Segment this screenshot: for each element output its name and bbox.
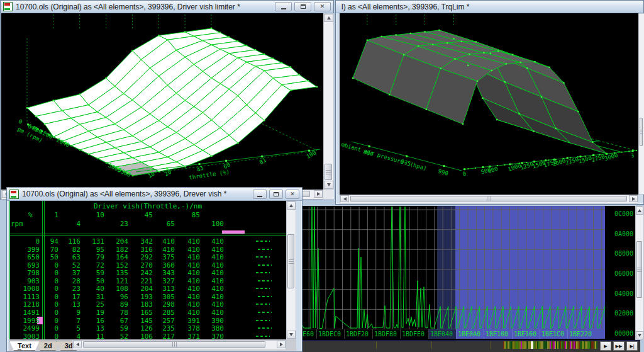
- value-cell[interactable]: 370: [201, 332, 224, 339]
- value-cell[interactable]: 410: [177, 285, 200, 293]
- value-cell[interactable]: 23: [58, 285, 80, 293]
- col-header[interactable]: 23: [107, 220, 128, 228]
- address-cell[interactable]: 1BE1C0: [540, 329, 567, 339]
- value-cell[interactable]: 285: [152, 309, 175, 317]
- value-cell[interactable]: 371: [177, 332, 200, 339]
- value-cell[interactable]: 410: [201, 253, 224, 261]
- scroll-down-button[interactable]: [324, 181, 333, 189]
- value-cell[interactable]: 108: [106, 285, 128, 293]
- value-cell[interactable]: 13: [82, 324, 104, 332]
- tab-2d[interactable]: 2d: [36, 341, 60, 351]
- value-cell[interactable]: 343: [152, 269, 175, 277]
- address-cell[interactable]: 1BE220: [567, 329, 605, 339]
- scroll-left-button[interactable]: [73, 341, 82, 348]
- value-cell[interactable]: 9: [58, 309, 80, 317]
- col-header[interactable]: 85: [179, 211, 200, 219]
- value-cell[interactable]: 165: [130, 309, 153, 317]
- address-cell[interactable]: 1BE100: [484, 329, 512, 339]
- window3-hscrollbar[interactable]: [72, 340, 286, 350]
- address-cell[interactable]: 1BE160: [512, 329, 540, 339]
- close-button[interactable]: ✕: [286, 190, 299, 199]
- address-cell[interactable]: 1BDEC0: [316, 329, 344, 339]
- value-cell[interactable]: 378: [177, 324, 200, 332]
- value-cell[interactable]: 204: [106, 237, 128, 246]
- scroll-up-button[interactable]: [636, 207, 643, 215]
- scroll-thumb[interactable]: [325, 164, 332, 180]
- address-cell[interactable]: 1BDF20: [344, 329, 372, 339]
- scroll-right-button[interactable]: [277, 341, 286, 348]
- value-cell[interactable]: 89: [106, 300, 128, 309]
- scroll-thumb[interactable]: [350, 196, 627, 202]
- value-cell[interactable]: 313: [152, 285, 175, 293]
- window2-titlebar[interactable]: l) as <All elements>, 399396, TrqLim *: [336, 1, 643, 13]
- value-cell[interactable]: 183: [130, 300, 153, 309]
- nav-button-0[interactable]: ▶: [600, 341, 611, 351]
- maximize-button[interactable]: [269, 190, 283, 199]
- minimize-button[interactable]: [253, 190, 267, 199]
- scroll-thumb[interactable]: [287, 234, 294, 288]
- value-cell[interactable]: 4: [58, 332, 80, 339]
- value-cell[interactable]: 410: [152, 237, 175, 246]
- value-cell[interactable]: 410: [201, 269, 224, 277]
- value-cell[interactable]: 410: [177, 237, 200, 246]
- hex-overview-strip[interactable]: ▶▶▶▶|: [301, 340, 644, 352]
- window1-vscrollbar[interactable]: [323, 13, 334, 190]
- col-header[interactable]: 10: [83, 211, 104, 219]
- scroll-thumb[interactable]: [83, 341, 265, 348]
- minimize-button[interactable]: [275, 2, 292, 11]
- value-cell[interactable]: 410: [177, 253, 200, 261]
- value-cell[interactable]: 410: [177, 309, 200, 317]
- value-cell[interactable]: 242: [130, 269, 153, 277]
- value-cell[interactable]: 135: [106, 269, 128, 277]
- scroll-right-button[interactable]: [314, 190, 323, 198]
- value-cell[interactable]: 375: [152, 253, 175, 261]
- value-cell[interactable]: 410: [201, 300, 224, 309]
- address-cell[interactable]: 1BDF80: [372, 329, 400, 339]
- surface-plot-driver-vish[interactable]: 06408001200204050005360pm (rpm)102043608…: [1, 13, 323, 190]
- scroll-thumb[interactable]: [636, 241, 642, 298]
- value-cell[interactable]: 342: [130, 237, 153, 246]
- value-cell[interactable]: 0: [36, 324, 58, 332]
- scroll-down-button[interactable]: [636, 331, 643, 339]
- nav-button-1[interactable]: ▶▶: [613, 341, 625, 351]
- address-cell[interactable]: 1BDFE0: [400, 329, 428, 339]
- maximize-button[interactable]: [294, 2, 311, 11]
- value-cell[interactable]: 204: [130, 285, 153, 293]
- window3-vscrollbar[interactable]: [286, 201, 296, 339]
- value-cell[interactable]: 94: [36, 237, 58, 246]
- scroll-down-button[interactable]: [287, 331, 296, 339]
- value-cell[interactable]: 59: [106, 324, 128, 332]
- scroll-right-button[interactable]: [629, 195, 638, 202]
- value-cell[interactable]: 116: [58, 237, 80, 246]
- value-cell[interactable]: 25: [82, 300, 104, 309]
- value-cell[interactable]: 11: [82, 332, 104, 339]
- value-cell[interactable]: 217: [152, 332, 175, 339]
- address-cell[interactable]: 1BE0A0: [456, 329, 484, 339]
- value-cell[interactable]: 164: [106, 253, 128, 261]
- scroll-thumb[interactable]: [640, 118, 643, 146]
- scroll-up-button[interactable]: [324, 14, 333, 22]
- map-table[interactable]: Driver vish(Throttle,-)/nm % rpm 1104585…: [9, 201, 286, 339]
- value-cell[interactable]: 131: [82, 237, 104, 246]
- value-cell[interactable]: 380: [201, 324, 224, 332]
- plot1-area[interactable]: 06408001200204050005360pm (rpm)102043608…: [1, 13, 323, 190]
- window2-vscrollbar[interactable]: [638, 13, 644, 195]
- value-cell[interactable]: 50: [36, 253, 58, 261]
- value-cell[interactable]: 63: [58, 253, 80, 261]
- value-cell[interactable]: 5: [58, 324, 80, 332]
- value-cell[interactable]: 126: [130, 324, 153, 332]
- value-cell[interactable]: 106: [130, 332, 153, 339]
- col-header[interactable]: 65: [153, 220, 175, 228]
- value-cell[interactable]: 0: [36, 300, 58, 309]
- value-cell[interactable]: 410: [201, 285, 224, 293]
- value-cell[interactable]: 40: [82, 285, 104, 293]
- col-header[interactable]: 100: [203, 220, 224, 228]
- value-cell[interactable]: 0: [36, 269, 58, 277]
- value-cell[interactable]: 37: [58, 269, 80, 277]
- value-cell[interactable]: 292: [130, 253, 153, 261]
- value-cell[interactable]: 0: [36, 285, 58, 293]
- value-cell[interactable]: 78: [106, 309, 128, 317]
- value-cell[interactable]: 235: [152, 324, 175, 332]
- col-header[interactable]: 4: [59, 220, 80, 228]
- col-header[interactable]: 1: [37, 211, 58, 219]
